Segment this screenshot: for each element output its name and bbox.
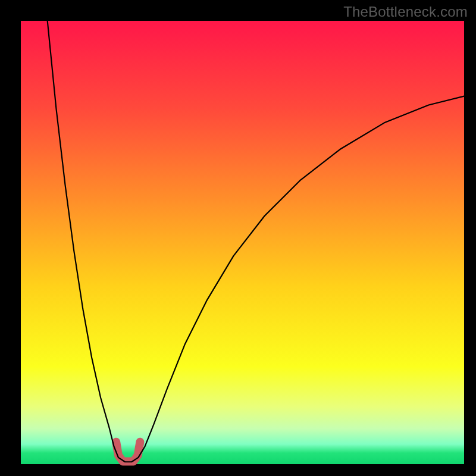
watermark-label: TheBottleneck.com	[343, 4, 468, 20]
chart-frame: TheBottleneck.com	[0, 0, 476, 476]
bottleneck-chart	[0, 0, 476, 476]
chart-gradient-background	[21, 21, 464, 464]
